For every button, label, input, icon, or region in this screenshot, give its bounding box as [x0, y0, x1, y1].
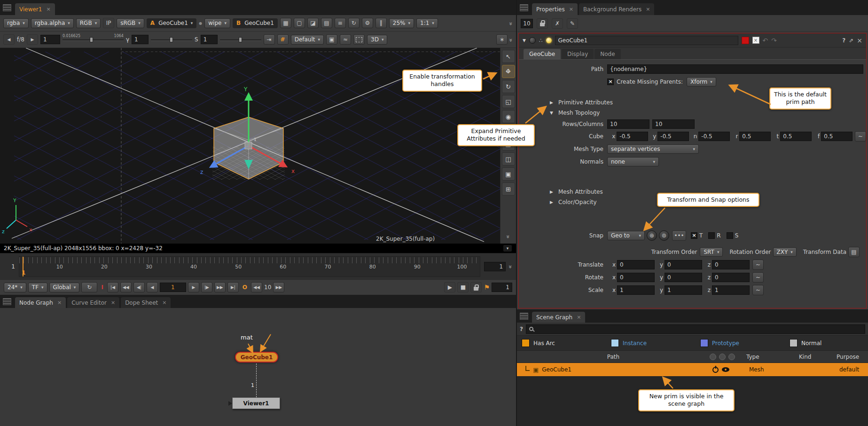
select-tool-icon[interactable]: ↖	[502, 50, 515, 63]
fps-dropdown[interactable]: 24*▾	[4, 283, 26, 292]
scale-x-input[interactable]: 1	[617, 285, 655, 295]
snap-geo-icon[interactable]: ⊚	[659, 230, 669, 241]
jump-back-button[interactable]: ◀◀	[251, 282, 262, 292]
gamma-input[interactable]: 1	[132, 35, 149, 44]
arrow-bar-icon[interactable]: ⇥	[264, 34, 275, 45]
input-b-dropdown[interactable]: BGeoCube1	[233, 18, 278, 28]
layout-frame-icon[interactable]: ▣	[502, 167, 515, 181]
step-back-button[interactable]: ◀|	[133, 282, 145, 292]
prev-icon[interactable]: ◀	[3, 34, 15, 45]
close-icon[interactable]: ×	[646, 6, 650, 12]
timeline-chevron-icon[interactable]: »	[508, 265, 515, 268]
pane-menu-icon[interactable]	[3, 4, 11, 11]
rotate-z-input[interactable]: 0	[712, 273, 750, 282]
node-graph-canvas[interactable]: mat GeoCube1 1 Viewer1	[0, 308, 516, 426]
play-forward-button[interactable]: ▶	[188, 282, 199, 292]
list-icon[interactable]: ≡	[335, 18, 346, 28]
loop-mode-icon[interactable]: ↻	[81, 282, 97, 292]
close-icon[interactable]: ×	[162, 300, 166, 306]
node-color-knob-icon[interactable]	[529, 37, 536, 44]
grid-hash-icon[interactable]: #	[277, 34, 289, 45]
pane-menu-icon[interactable]	[3, 298, 11, 305]
layout-add-icon[interactable]: ⊞	[502, 182, 515, 196]
translate-x-input[interactable]: 0	[617, 260, 655, 269]
cube-icon[interactable]: ▣	[326, 34, 337, 45]
rotation-order-dropdown[interactable]: ZXY▾	[773, 247, 797, 257]
step-forward-button[interactable]: |▶	[201, 282, 212, 292]
range-mode-dropdown[interactable]: Global▾	[49, 283, 80, 292]
tab-node[interactable]: Node	[594, 49, 620, 59]
gear-icon[interactable]: ⚙	[362, 18, 373, 28]
cube-y-input[interactable]: -0.5	[657, 132, 689, 141]
cube-x-input[interactable]: -0.5	[617, 132, 648, 141]
eye-icon[interactable]	[722, 367, 729, 372]
in-mark-button[interactable]: I	[99, 284, 105, 291]
crop-icon[interactable]: ▢	[294, 18, 305, 28]
cube-n-input[interactable]: -0.5	[698, 132, 730, 141]
node-name-field[interactable]: GeoCube1	[555, 36, 738, 45]
max-panels-input[interactable]: 10	[521, 19, 533, 28]
next-icon[interactable]: ▶	[27, 34, 38, 45]
power-icon[interactable]	[712, 367, 719, 373]
gizmo-pivot-box[interactable]	[245, 142, 252, 149]
rotate-tool-icon[interactable]: ↻	[502, 80, 515, 93]
slider-handle[interactable]	[170, 37, 173, 42]
scene-graph-row-geocube1[interactable]: ▣ GeoCube1 Mesh default	[517, 363, 868, 376]
gamma-slider[interactable]	[151, 36, 192, 43]
pane-menu-icon[interactable]	[520, 313, 528, 320]
flag-icon[interactable]: ⚑	[484, 284, 490, 291]
close-icon[interactable]: ×	[111, 300, 115, 306]
overflow-chevron-icon[interactable]: »	[508, 38, 515, 41]
tab-node-graph[interactable]: Node Graph ×	[15, 297, 66, 308]
help-icon[interactable]: ?	[842, 37, 845, 44]
translate-y-input[interactable]: 0	[665, 260, 702, 269]
float-panel-icon[interactable]: ⇗	[849, 37, 853, 44]
saturation-slider[interactable]	[220, 36, 261, 43]
transform-data-icon[interactable]: ▤	[848, 247, 860, 257]
prev-keyframe-button[interactable]: ◀◀	[120, 282, 132, 292]
scene-search-input[interactable]	[526, 324, 865, 334]
tab-geocube[interactable]: GeoCube	[524, 49, 561, 59]
input-a-dropdown[interactable]: AGeoCube1▾	[147, 18, 196, 28]
saturation-input[interactable]: 1	[201, 35, 218, 44]
pane-menu-icon[interactable]	[520, 4, 528, 11]
triangle-right-icon[interactable]: ▶	[550, 100, 556, 105]
wave-icon[interactable]: ≈	[340, 34, 351, 45]
range-end-input[interactable]: 1	[484, 262, 506, 271]
cube-r-input[interactable]: 0.5	[739, 132, 771, 141]
triangle-right-icon[interactable]: ▶	[550, 200, 556, 205]
activation-icon[interactable]	[719, 354, 726, 360]
column-type[interactable]: Type	[746, 354, 799, 360]
translate-z-input[interactable]: 0	[712, 260, 750, 269]
proxy-dropdown[interactable]: 1:1▾	[416, 18, 438, 28]
scale-z-input[interactable]: 1	[712, 285, 750, 295]
pencil-icon[interactable]: ✎	[567, 18, 578, 29]
close-icon[interactable]: ×	[46, 6, 50, 12]
create-missing-parents-dropdown[interactable]: Xform▾	[687, 77, 716, 87]
undo-icon[interactable]: ↶	[763, 37, 768, 44]
fstop-label[interactable]: f/8	[17, 36, 24, 43]
channels-dropdown[interactable]: rgba.alpha▾	[31, 18, 74, 28]
snap-menu-button[interactable]: •••	[672, 230, 686, 241]
tab-background-renders[interactable]: Background Renders ×	[579, 3, 655, 15]
normals-dropdown[interactable]: none▾	[607, 157, 659, 166]
cube-t-input[interactable]: 0.5	[780, 132, 812, 141]
collapse-icon[interactable]: ▼	[523, 38, 526, 43]
slider-handle[interactable]	[90, 37, 93, 42]
tab-viewer1[interactable]: Viewer1 ×	[15, 3, 55, 15]
ab-dot-icon[interactable]: ●	[199, 21, 202, 25]
layout-split-icon[interactable]: ◫	[502, 152, 515, 166]
path-input[interactable]: {nodename}	[607, 64, 863, 74]
lightbulb-icon[interactable]	[546, 38, 552, 43]
transform-handles-icon[interactable]: ↔↕	[502, 65, 515, 78]
pause-icon[interactable]: ‖	[375, 18, 387, 28]
node-viewer1[interactable]: Viewer1	[232, 397, 280, 409]
marquee-icon[interactable]	[353, 34, 365, 45]
goto-start-button[interactable]: |◀	[107, 282, 118, 292]
clear-panels-icon[interactable]: ✗	[552, 18, 563, 29]
wand-icon[interactable]: ∗	[496, 34, 508, 45]
tab-curve-editor[interactable]: Curve Editor ×	[67, 297, 119, 308]
flipbook-icon[interactable]: ▶	[444, 282, 455, 292]
scale-y-input[interactable]: 1	[665, 285, 702, 295]
checker-icon[interactable]: ▦	[280, 18, 291, 28]
